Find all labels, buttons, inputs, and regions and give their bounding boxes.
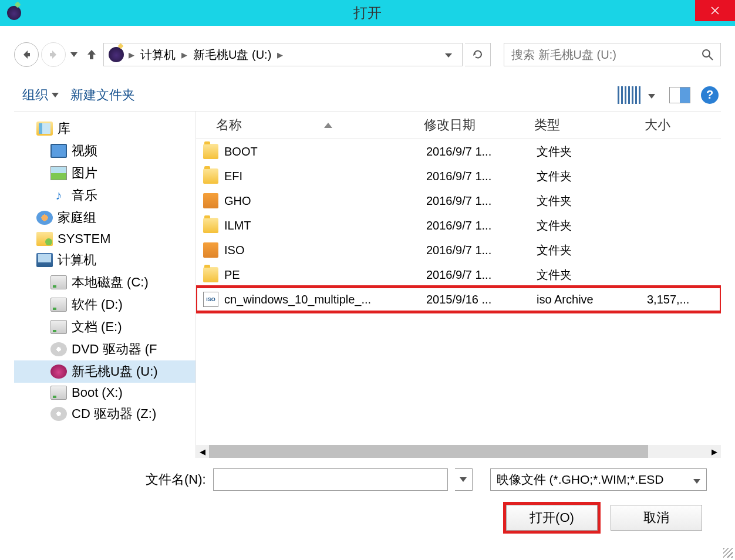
chevron-down-icon (70, 52, 77, 57)
file-row[interactable]: PE2016/9/7 1...文件夹 (196, 262, 721, 287)
file-date: 2016/9/7 1... (422, 219, 532, 232)
scroll-thumb[interactable] (209, 445, 648, 458)
folder-icon (203, 267, 218, 282)
file-name: GHO (224, 194, 422, 208)
up-button[interactable] (82, 44, 101, 65)
back-button[interactable] (14, 42, 39, 67)
file-date: 2016/9/7 1... (422, 170, 532, 183)
breadcrumb-computer[interactable]: 计算机 (137, 47, 179, 63)
close-button[interactable] (695, 0, 735, 21)
file-date: 2015/9/16 ... (422, 293, 532, 306)
search-icon (701, 48, 714, 61)
folder-tree[interactable]: 库 视频 图片 ♪音乐 家庭组 SYSTEM 计算机 本地磁盘 (C:) 软件 … (14, 112, 196, 458)
file-name: BOOT (224, 145, 422, 158)
file-name: EFI (224, 170, 422, 183)
tree-drive-e[interactable]: 文档 (E:) (14, 316, 195, 338)
breadcrumb-dropdown[interactable] (437, 48, 460, 62)
file-type: 文件夹 (532, 267, 642, 283)
music-icon: ♪ (50, 188, 67, 203)
organize-menu[interactable]: 组织 (16, 84, 65, 106)
iso-icon: ISO (203, 292, 218, 307)
file-row[interactable]: ISO2016/9/7 1...文件夹 (196, 238, 721, 262)
resize-grip[interactable] (723, 548, 733, 558)
sort-ascending-icon (324, 123, 332, 128)
tree-computer[interactable]: 计算机 (14, 249, 195, 271)
column-headers: 名称 修改日期 类型 大小 (196, 112, 721, 139)
chevron-down-icon (52, 93, 59, 97)
breadcrumb-udisk[interactable]: 新毛桃U盘 (U:) (190, 47, 275, 63)
dvd-icon (50, 342, 67, 356)
tree-udisk[interactable]: 新毛桃U盘 (U:) (14, 360, 195, 383)
filename-input[interactable] (213, 468, 448, 491)
file-type: 文件夹 (532, 168, 642, 184)
file-date: 2016/9/7 1... (422, 244, 532, 257)
filename-dropdown[interactable] (455, 468, 473, 491)
window-title: 打开 (353, 4, 382, 22)
tree-system[interactable]: SYSTEM (14, 229, 195, 249)
tree-pictures[interactable]: 图片 (14, 162, 195, 184)
close-icon (710, 6, 720, 15)
bottom-panel: 文件名(N): 映像文件 (*.GHO;*.WIM;*.ESD 打开(O) 取消 (14, 458, 721, 533)
tree-video[interactable]: 视频 (14, 140, 195, 162)
filetype-select[interactable]: 映像文件 (*.GHO;*.WIM;*.ESD (490, 468, 707, 491)
file-name: cn_windows_10_multiple_... (224, 293, 422, 306)
tree-dvd[interactable]: DVD 驱动器 (F (14, 338, 195, 360)
navigation-row: ▸ 计算机 ▸ 新毛桃U盘 (U:) ▸ (14, 40, 721, 69)
file-row[interactable]: ILMT2016/9/7 1...文件夹 (196, 213, 721, 238)
folder-open-icon (203, 242, 218, 258)
search-button[interactable] (694, 43, 720, 66)
breadcrumb-bar[interactable]: ▸ 计算机 ▸ 新毛桃U盘 (U:) ▸ (103, 43, 463, 66)
computer-icon (36, 253, 53, 267)
tree-music[interactable]: ♪音乐 (14, 184, 195, 207)
app-icon (7, 6, 21, 20)
tree-homegroup[interactable]: 家庭组 (14, 207, 195, 229)
open-button[interactable]: 打开(O) (506, 505, 598, 531)
scroll-track[interactable] (209, 445, 708, 458)
file-name: PE (224, 268, 422, 282)
file-row[interactable]: EFI2016/9/7 1...文件夹 (196, 164, 721, 188)
refresh-button[interactable] (465, 43, 491, 66)
file-row[interactable]: BOOT2016/9/7 1...文件夹 (196, 139, 721, 164)
chevron-down-icon (693, 479, 700, 484)
column-type[interactable]: 类型 (530, 116, 640, 134)
column-size[interactable]: 大小 (640, 116, 704, 134)
organize-label: 组织 (22, 86, 48, 104)
scroll-right-button[interactable]: ▸ (708, 445, 721, 458)
file-date: 2016/9/7 1... (422, 268, 532, 282)
tree-library[interactable]: 库 (14, 117, 195, 140)
file-size: 3,157,... (642, 293, 707, 306)
cancel-button[interactable]: 取消 (611, 505, 702, 531)
tree-cd-z[interactable]: CD 驱动器 (Z:) (14, 403, 195, 425)
nav-history-dropdown[interactable] (68, 52, 80, 57)
tree-drive-c[interactable]: 本地磁盘 (C:) (14, 271, 195, 294)
help-button[interactable]: ? (701, 86, 719, 104)
column-name[interactable]: 名称 (196, 116, 419, 134)
file-list: 名称 修改日期 类型 大小 BOOT2016/9/7 1...文件夹EFI201… (196, 112, 721, 458)
file-date: 2016/9/7 1... (422, 145, 532, 158)
tree-boot[interactable]: Boot (X:) (14, 383, 195, 403)
up-arrow-icon (85, 48, 98, 61)
folder-icon (203, 168, 218, 184)
view-options-icon (618, 86, 641, 104)
svg-point-0 (703, 50, 710, 57)
drive-icon (50, 320, 67, 334)
file-row[interactable]: GHO2016/9/7 1...文件夹 (196, 188, 721, 213)
file-list-body[interactable]: BOOT2016/9/7 1...文件夹EFI2016/9/7 1...文件夹G… (196, 139, 721, 445)
forward-button[interactable] (41, 42, 66, 67)
refresh-icon (472, 49, 484, 60)
horizontal-scrollbar[interactable]: ◂ ▸ (196, 445, 721, 458)
filename-label: 文件名(N): (146, 471, 206, 488)
system-folder-icon (36, 232, 53, 246)
scroll-left-button[interactable]: ◂ (196, 445, 209, 458)
column-date[interactable]: 修改日期 (419, 116, 530, 134)
search-input[interactable] (504, 48, 694, 62)
preview-pane-toggle[interactable] (669, 87, 690, 103)
chevron-down-icon (444, 53, 453, 59)
view-options[interactable] (618, 86, 659, 104)
cd-icon (50, 407, 67, 421)
file-date: 2016/9/7 1... (422, 194, 532, 208)
new-folder-button[interactable]: 新建文件夹 (65, 84, 141, 106)
file-row[interactable]: ISOcn_windows_10_multiple_...2015/9/16 .… (196, 287, 721, 312)
breadcrumb-separator-icon: ▸ (180, 48, 188, 62)
tree-drive-d[interactable]: 软件 (D:) (14, 294, 195, 316)
